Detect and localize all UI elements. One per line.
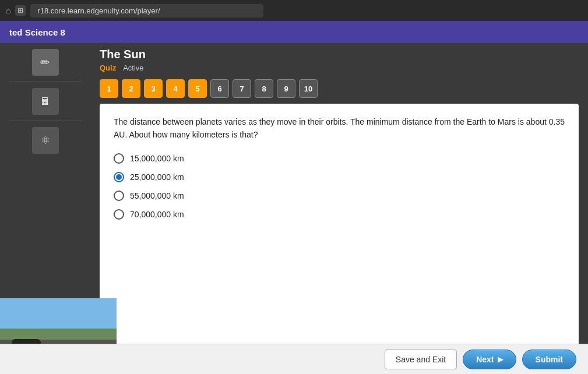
answer-option-4[interactable]: 70,000,000 km [114, 209, 565, 220]
radio-1[interactable] [114, 153, 124, 164]
answer-text-4: 70,000,000 km [130, 210, 184, 219]
pencil-icon: ✏ [40, 55, 50, 69]
bottom-right-area: Save and Exit Next ▶ Submit [385, 350, 576, 369]
url-bar[interactable]: r18.core.learn.edgenuity.com/player/ [30, 4, 263, 17]
q-num-2[interactable]: 2 [122, 79, 140, 98]
browser-bar: ⌂ ⊞ r18.core.learn.edgenuity.com/player/ [0, 0, 588, 21]
sidebar-item-resources[interactable]: ⚛ [32, 127, 59, 154]
save-exit-button[interactable]: Save and Exit [385, 350, 457, 369]
calculator-icon: 🖩 [40, 96, 51, 108]
question-panel: The distance between planets varies as t… [100, 104, 579, 374]
sidebar-item-notes[interactable]: ✏ [32, 49, 59, 76]
q-num-5[interactable]: 5 [188, 79, 207, 98]
q-num-10[interactable]: 10 [299, 79, 318, 98]
q-num-8[interactable]: 8 [255, 79, 273, 98]
next-arrow-icon: ▶ [498, 355, 503, 364]
bottom-bar: Save and Exit Next ▶ Submit [0, 344, 588, 374]
answer-option-1[interactable]: 15,000,000 km [114, 153, 565, 164]
q-num-9[interactable]: 9 [277, 79, 295, 98]
radio-3[interactable] [114, 190, 124, 201]
q-num-4[interactable]: 4 [166, 79, 185, 98]
question-text: The distance between planets varies as t… [114, 115, 565, 142]
next-button[interactable]: Next ▶ [463, 350, 516, 369]
q-num-6[interactable]: 6 [210, 79, 229, 98]
sidebar-divider-2 [9, 121, 82, 121]
submit-button[interactable]: Submit [522, 350, 576, 369]
quiz-status-label: Active [123, 63, 143, 72]
answer-option-3[interactable]: 55,000,000 km [114, 190, 565, 201]
quiz-header: The Sun Quiz Active [90, 43, 588, 76]
answer-text-3: 55,000,000 km [130, 191, 184, 200]
radio-2[interactable] [114, 172, 124, 182]
course-title: ted Science 8 [9, 27, 65, 37]
q-num-3[interactable]: 3 [144, 79, 163, 98]
quiz-type-label: Quiz [100, 63, 116, 72]
quiz-title: The Sun [100, 48, 579, 61]
next-label: Next [476, 355, 494, 364]
sidebar-item-calculator[interactable]: 🖩 [32, 88, 59, 115]
quiz-meta: Quiz Active [100, 63, 579, 72]
top-nav: ted Science 8 [0, 21, 588, 43]
answer-option-2[interactable]: 25,000,000 km [114, 172, 565, 182]
question-numbers: 1 2 3 4 5 6 7 8 9 10 [90, 76, 588, 104]
radio-4[interactable] [114, 209, 124, 220]
answer-text-1: 15,000,000 km [130, 154, 184, 163]
radio-inner-2 [116, 174, 122, 180]
tabs-icon[interactable]: ⊞ [15, 5, 26, 16]
home-icon[interactable]: ⌂ [6, 6, 10, 15]
sidebar-divider-1 [9, 82, 82, 82]
answer-text-2: 25,000,000 km [130, 172, 184, 182]
q-num-7[interactable]: 7 [233, 79, 251, 98]
atom-icon: ⚛ [41, 134, 50, 147]
q-num-1[interactable]: 1 [100, 79, 118, 98]
content-area: The Sun Quiz Active 1 2 3 4 5 6 7 8 9 10… [90, 43, 588, 374]
